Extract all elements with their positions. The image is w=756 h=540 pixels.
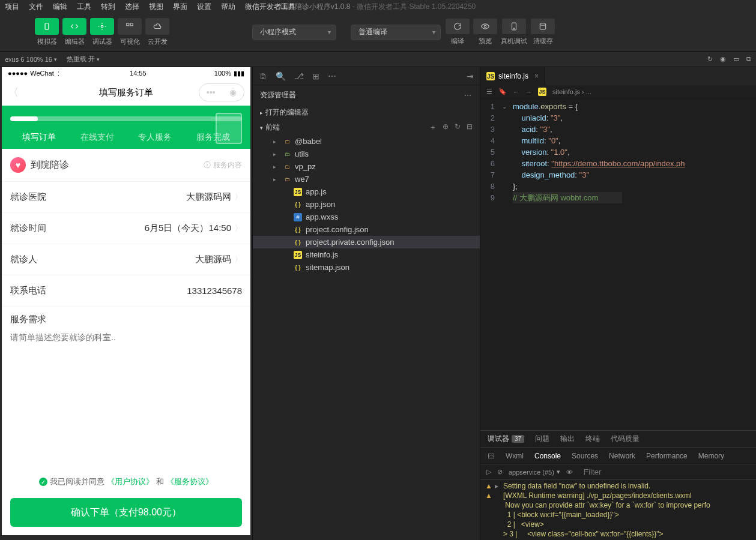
file-app.js[interactable]: JSapp.js (253, 185, 480, 198)
dt-tab-memory[interactable]: Memory (698, 452, 724, 460)
user-agreement-link[interactable]: 《用户协议》 (107, 476, 154, 487)
menu-project[interactable]: 项目 (0, 2, 24, 12)
record-icon[interactable]: ◉ (720, 55, 726, 63)
folder-vp_pz[interactable]: ▸🗀vp_pz (253, 160, 480, 173)
step-tab-3[interactable]: 专人服务 (126, 132, 184, 143)
dt-tab-terminal[interactable]: 终端 (585, 434, 600, 444)
file-siteinfo.js[interactable]: JSsiteinfo.js (253, 248, 480, 261)
menu-settings[interactable]: 设置 (192, 2, 216, 12)
hospital-row[interactable]: 就诊医院 大鹏源码网 〉 (2, 182, 250, 213)
folder-utils[interactable]: ▸🗀utils (253, 148, 480, 160)
file-app.wxss[interactable]: #app.wxss (253, 211, 480, 223)
hotreload-select[interactable]: 热重载 开 (67, 55, 100, 64)
ext-icon[interactable]: ⊞ (312, 71, 319, 81)
dt-tab-debugger[interactable]: 调试器37 (488, 434, 524, 444)
sidebar-right-icon[interactable]: ⇥ (467, 71, 474, 81)
new-file-icon[interactable]: ＋ (429, 122, 437, 133)
menu-ui[interactable]: 界面 (168, 2, 192, 12)
back-icon[interactable]: 〈 (8, 85, 19, 100)
console-play-icon[interactable]: ▷ (486, 468, 491, 476)
visual-toggle[interactable] (118, 18, 142, 35)
menu-tools[interactable]: 工具 (72, 2, 96, 12)
files-icon[interactable]: 🗎 (259, 71, 267, 81)
folder-we7[interactable]: ▸🗀we7 (253, 173, 480, 185)
tab-filename: siteinfo.js (498, 72, 528, 80)
screenshot-icon[interactable]: ▭ (733, 55, 739, 63)
search-icon[interactable]: 🔍 (276, 71, 286, 81)
console-clear-icon[interactable]: ⊘ (497, 468, 503, 476)
dt-tab-perf[interactable]: Performance (646, 452, 688, 460)
agree-checkbox[interactable]: ✓ (39, 478, 47, 486)
file-app.json[interactable]: app.json (253, 198, 480, 211)
explorer-title: 资源管理器⋯ (253, 85, 480, 105)
dt-tab-sources[interactable]: Sources (572, 452, 598, 460)
dt-tab-wxml[interactable]: Wxml (506, 452, 524, 460)
dt-tab-problems[interactable]: 问题 (535, 434, 549, 444)
debugger-toggle[interactable] (90, 18, 114, 35)
submit-button[interactable]: 确认下单（支付98.00元） (10, 498, 242, 527)
step-tab-1[interactable]: 填写订单 (10, 132, 68, 143)
compile-mode-select[interactable]: 普通编译 (351, 25, 441, 40)
menu-goto[interactable]: 转到 (96, 2, 120, 12)
context-select[interactable]: appservice (#5) ▾ (509, 468, 560, 476)
more-icon[interactable]: ⋯ (328, 71, 336, 81)
need-input[interactable] (10, 332, 242, 368)
collapse-icon[interactable]: ⊟ (467, 122, 473, 133)
refresh-icon[interactable]: ↻ (707, 55, 713, 63)
explorer-menu-icon[interactable]: ⋯ (464, 91, 473, 100)
remote-debug-button[interactable] (502, 19, 526, 34)
editor-tab[interactable]: JS siteinfo.js × (480, 67, 545, 85)
menu-view[interactable]: 视图 (144, 2, 168, 12)
eye-icon[interactable]: 👁 (566, 469, 573, 476)
compile-button[interactable] (446, 19, 470, 34)
project-root[interactable]: ▾前端 ＋ ⊕ ↻ ⊟ (253, 120, 480, 135)
new-folder-icon[interactable]: ⊕ (443, 122, 449, 133)
code-editor[interactable]: 1⌄module.exports = { 2 uniacid: "3", 3 a… (480, 98, 756, 206)
list-icon[interactable]: ☰ (486, 88, 492, 95)
battery-icon: ▮▮▮ (234, 70, 244, 77)
open-editors-section[interactable]: ▸打开的编辑器 (253, 105, 480, 120)
git-icon[interactable]: ⎇ (294, 71, 304, 81)
capsule-close-icon[interactable]: ◉ (229, 88, 237, 97)
capsule-menu-icon[interactable]: ••• (207, 88, 216, 97)
editor-toggle[interactable] (62, 18, 86, 35)
dt-tab-output[interactable]: 输出 (560, 434, 575, 444)
folder-@babel[interactable]: ▸🗀@babel (253, 135, 480, 148)
bookmark-icon[interactable]: 🔖 (498, 88, 507, 95)
menu-file[interactable]: 文件 (24, 2, 48, 12)
service-info-link[interactable]: ⓘ服务内容 (204, 160, 242, 170)
time-row[interactable]: 就诊时间 6月5日（今天）14:50 〉 (2, 213, 250, 244)
dt-tab-codeq[interactable]: 代码质量 (611, 434, 640, 444)
patient-row[interactable]: 就诊人 大鹏源码 〉 (2, 244, 250, 275)
document-icon (216, 113, 242, 144)
console-output[interactable]: ▲▸Setting data field "now" to undefined … (480, 480, 756, 540)
file-project.private.config.json[interactable]: project.private.config.json (253, 236, 480, 248)
console-line: Now you can provide attr `wx:key` for a … (480, 500, 756, 510)
close-tab-icon[interactable]: × (534, 72, 539, 80)
dt-tab-console[interactable]: Console (534, 452, 561, 460)
cloud-toggle[interactable] (145, 18, 169, 35)
menu-select[interactable]: 选择 (120, 2, 144, 12)
main-toolbar: 模拟器 编辑器 调试器 可视化 云开发 小程序模式 普通编译 编译 预览 真机调… (0, 13, 756, 52)
preview-button[interactable] (473, 19, 497, 34)
nav-fwd-icon[interactable]: → (525, 88, 532, 95)
refresh-explorer-icon[interactable]: ↻ (455, 122, 461, 133)
phone-row[interactable]: 联系电话 13312345678 (2, 275, 250, 307)
device-select[interactable]: exus 6 100% 16 (5, 56, 57, 63)
simulator-toggle[interactable] (35, 18, 59, 35)
breadcrumb-path[interactable]: siteinfo.js › ... (552, 88, 591, 95)
file-sitemap.json[interactable]: sitemap.json (253, 261, 480, 274)
nav-back-icon[interactable]: ← (513, 88, 519, 95)
service-agreement-link[interactable]: 《服务协议》 (166, 476, 213, 487)
menu-edit[interactable]: 编辑 (48, 2, 72, 12)
app-mode-select[interactable]: 小程序模式 (252, 25, 336, 40)
menu-help[interactable]: 帮助 (216, 2, 240, 12)
step-tab-2[interactable]: 在线支付 (68, 132, 127, 143)
popup-icon[interactable]: ⧉ (746, 55, 751, 63)
dt-inspect-icon[interactable]: ⮹ (488, 452, 495, 460)
file-project.config.json[interactable]: project.config.json (253, 223, 480, 236)
menu-wxdevtools[interactable]: 微信开发者工具 (240, 2, 300, 12)
clear-cache-button[interactable] (531, 19, 555, 34)
console-filter-input[interactable] (584, 467, 750, 476)
dt-tab-network[interactable]: Network (609, 452, 635, 460)
